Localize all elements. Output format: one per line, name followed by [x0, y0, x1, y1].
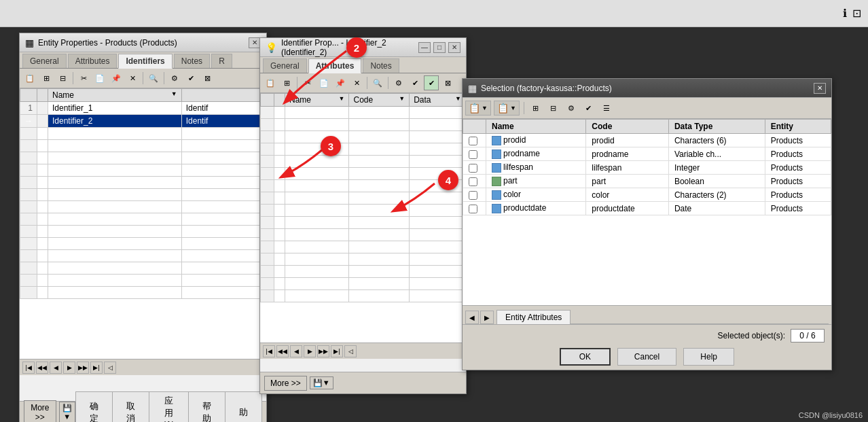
selection-table-row[interactable]: prodname prodname Variable ch... Product…: [463, 147, 831, 161]
sel-row-check[interactable]: [463, 134, 486, 147]
sel-tab-entity-attrs[interactable]: Entity Attributes: [496, 310, 571, 324]
tb-btn-prop1[interactable]: ⚙: [167, 71, 182, 86]
id-scroll-prev[interactable]: ◀: [290, 345, 302, 357]
sel-tb-btn-2[interactable]: ⊟: [546, 101, 561, 116]
entity-confirm-btn[interactable]: 确定: [75, 391, 112, 422]
scroll-last[interactable]: ▶|: [90, 362, 103, 374]
info-icon[interactable]: ℹ: [843, 7, 847, 20]
selection-ok-btn[interactable]: OK: [560, 348, 611, 366]
tab-identifiers[interactable]: Identifiers: [118, 54, 172, 69]
identifier-maximize-btn[interactable]: □: [433, 42, 446, 53]
sel-row-check[interactable]: [463, 175, 486, 188]
sel-col-datatype[interactable]: Data Type: [668, 120, 765, 134]
entity-help-btn[interactable]: 帮助: [188, 391, 225, 422]
tab-notes[interactable]: Notes: [174, 54, 210, 68]
tb-btn-delete[interactable]: ✕: [125, 71, 140, 86]
sel-row-code: prodname: [586, 147, 669, 161]
identifier-more-btn[interactable]: More >>: [264, 376, 307, 391]
identifier-minimize-btn[interactable]: —: [418, 42, 431, 53]
sel-col-entity[interactable]: Entity: [765, 120, 831, 134]
sel-row-check[interactable]: [463, 147, 486, 161]
sel-tab-next[interactable]: ▶: [480, 311, 494, 324]
tb-btn-3[interactable]: ⊟: [55, 71, 70, 86]
sel-row-check[interactable]: [463, 188, 486, 202]
entity-cancel-btn[interactable]: 取消: [112, 391, 149, 422]
table-row[interactable]: 1 Identifier_1 Identif: [20, 102, 266, 115]
sel-row-check[interactable]: [463, 161, 486, 175]
sel-tab-prev[interactable]: ◀: [465, 311, 479, 324]
sel-tb-btn-5[interactable]: ☰: [599, 101, 614, 116]
tb-btn-copy[interactable]: 📄: [92, 71, 107, 86]
tb-btn-cut[interactable]: ✂: [76, 71, 91, 86]
scroll-first[interactable]: |◀: [22, 362, 35, 374]
scroll-prev-page[interactable]: ◀◀: [36, 362, 48, 374]
identifier-close-btn[interactable]: ✕: [448, 42, 460, 53]
sel-checkbox[interactable]: [469, 177, 477, 186]
sel-col-code[interactable]: Code: [586, 120, 669, 134]
selection-table-row[interactable]: prodid prodid Characters (6) Products: [463, 134, 831, 147]
entity-apply-btn[interactable]: 应用(A): [149, 391, 188, 422]
scroll-prev[interactable]: ◀: [50, 362, 62, 374]
sel-row-check[interactable]: [463, 202, 486, 215]
id-tb-btn-prop2[interactable]: ✔: [408, 75, 422, 90]
tb-btn-prop3[interactable]: ⊠: [200, 71, 215, 86]
id-scroll-prev-page[interactable]: ◀◀: [276, 345, 289, 357]
id-tb-btn-prop1[interactable]: ⚙: [391, 75, 406, 90]
selection-table-row[interactable]: part part Boolean Products: [463, 175, 831, 188]
tb-btn-prop2[interactable]: ✔: [183, 71, 198, 86]
sel-checkbox[interactable]: [469, 137, 477, 145]
identifier-save-btn[interactable]: 💾▼: [310, 376, 333, 389]
maximize-icon[interactable]: ⊡: [852, 7, 861, 20]
table-row[interactable]: → Identifier_2 Identif: [20, 115, 266, 128]
sel-tb-dropdown-2[interactable]: ▼: [510, 105, 516, 111]
tb-btn-find[interactable]: 🔍: [146, 71, 161, 86]
scroll-right[interactable]: ◁: [104, 362, 116, 374]
table-row-empty-11: [20, 250, 266, 262]
scroll-next-page[interactable]: ▶▶: [77, 362, 89, 374]
sel-row-entity: Products: [765, 188, 831, 202]
sel-row-name: part: [486, 175, 586, 188]
entity-more-btn[interactable]: More >>: [24, 400, 56, 423]
id-scroll-last[interactable]: ▶|: [331, 345, 343, 357]
scroll-next[interactable]: ▶: [63, 362, 75, 374]
tb-btn-paste[interactable]: 📌: [109, 71, 124, 86]
row-num-2: →: [20, 115, 37, 128]
sel-tb-btn-1[interactable]: ⊞: [528, 101, 543, 116]
selection-table-row[interactable]: color color Characters (2) Products: [463, 188, 831, 202]
entity-title-icon: ▦: [25, 37, 34, 48]
id-tb-btn-prop3[interactable]: ✔: [424, 75, 439, 90]
selection-close-btn[interactable]: ✕: [814, 83, 826, 94]
selection-help-btn[interactable]: Help: [683, 348, 734, 366]
sel-checkbox[interactable]: [469, 164, 477, 173]
tab-attributes[interactable]: Attributes: [68, 54, 117, 68]
tb-btn-2[interactable]: ⊞: [39, 71, 54, 86]
id-scroll-next[interactable]: ▶: [304, 345, 316, 357]
selection-cancel-btn[interactable]: Cancel: [617, 348, 676, 366]
id-scroll-next-page[interactable]: ▶▶: [317, 345, 329, 357]
id-scroll-first[interactable]: |◀: [263, 345, 275, 357]
sel-checkbox[interactable]: [469, 205, 477, 213]
col-code: [181, 89, 266, 102]
sel-row-datatype: Date: [668, 202, 765, 215]
entity-help2-btn[interactable]: 助: [225, 391, 262, 422]
tab-general[interactable]: General: [22, 54, 67, 68]
entity-save-btn[interactable]: 💾▼: [59, 402, 75, 422]
sel-col-name[interactable]: Name: [486, 120, 586, 134]
sel-checkbox[interactable]: [469, 191, 477, 200]
id-tb-btn-prop4[interactable]: ⊠: [440, 75, 455, 90]
id-scroll-right[interactable]: ◁: [344, 345, 357, 357]
sel-row-datatype: Characters (6): [668, 134, 765, 147]
entity-window-title: Entity Properties - Products (Products): [38, 38, 249, 48]
sel-checkbox[interactable]: [469, 150, 477, 159]
selection-table-row[interactable]: lilfespan lilfespan Integer Products: [463, 161, 831, 175]
selection-tab-area: ◀ ▶ Entity Attributes: [463, 305, 831, 324]
selection-table-row[interactable]: productdate productdate Date Products: [463, 202, 831, 215]
tab-r[interactable]: R: [211, 54, 232, 68]
sel-tb-dropdown-1[interactable]: ▼: [482, 105, 488, 111]
sel-row-datatype: Variable ch...: [668, 147, 765, 161]
sel-tb-btn-4[interactable]: ✔: [581, 101, 596, 116]
id-tb-btn-find[interactable]: 🔍: [370, 75, 385, 90]
sel-tb-btn-3[interactable]: ⚙: [564, 101, 579, 116]
tb-btn-1[interactable]: 📋: [22, 71, 37, 86]
id-tab-notes[interactable]: Notes: [363, 58, 399, 73]
